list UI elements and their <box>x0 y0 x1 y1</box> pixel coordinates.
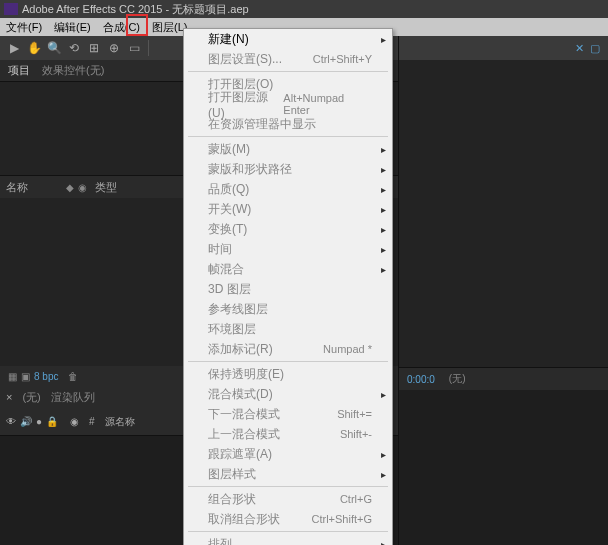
menu-file[interactable]: 文件(F) <box>0 18 48 37</box>
tool-separator <box>148 40 149 56</box>
menu-prev-blend[interactable]: 上一混合模式Shift+- <box>184 424 392 444</box>
viewer-area <box>399 60 608 368</box>
timecode[interactable]: 0:00:0 <box>407 374 435 385</box>
menu-separator <box>188 531 388 532</box>
box-icon[interactable]: ▢ <box>590 42 600 55</box>
menu-open-layer-source[interactable]: 打开图层源(U)Alt+Numpad Enter <box>184 94 392 114</box>
menu-separator <box>188 136 388 137</box>
menu-frame-blend[interactable]: 帧混合 <box>184 259 392 279</box>
menu-quality[interactable]: 品质(Q) <box>184 179 392 199</box>
menu-ungroup[interactable]: 取消组合形状Ctrl+Shift+G <box>184 509 392 529</box>
annotation-highlight-menu <box>126 14 148 36</box>
close-icon[interactable]: × <box>6 391 12 403</box>
layer-context-menu: 新建(N) 图层设置(S)...Ctrl+Shift+Y 打开图层(O) 打开图… <box>183 28 393 545</box>
menu-guide-layer[interactable]: 参考线图层 <box>184 299 392 319</box>
menu-time[interactable]: 时间 <box>184 239 392 259</box>
menu-3d-layer[interactable]: 3D 图层 <box>184 279 392 299</box>
right-toolbar: ✕ ▢ <box>399 36 608 60</box>
menu-env-layer[interactable]: 环境图层 <box>184 319 392 339</box>
menu-switch[interactable]: 开关(W) <box>184 199 392 219</box>
menu-group[interactable]: 组合形状Ctrl+G <box>184 489 392 509</box>
menu-separator <box>188 361 388 362</box>
zoom-tool-icon[interactable]: 🔍 <box>46 40 62 56</box>
app-icon <box>4 3 18 15</box>
rotate-tool-icon[interactable]: ⟲ <box>66 40 82 56</box>
trash-icon[interactable]: 🗑 <box>68 371 78 382</box>
tab-none[interactable]: (无) <box>22 390 40 405</box>
menu-new[interactable]: 新建(N) <box>184 29 392 49</box>
snap-icon[interactable]: ✕ <box>575 42 584 55</box>
eye-icon[interactable]: 👁 <box>6 416 16 427</box>
right-panel: ✕ ▢ 0:00:0 (无) <box>398 36 608 545</box>
menu-mask-shape[interactable]: 蒙版和形状路径 <box>184 159 392 179</box>
footer-icon2[interactable]: ▣ <box>21 371 30 382</box>
solo-icon[interactable]: ● <box>36 416 42 427</box>
shape-tool-icon[interactable]: ▭ <box>126 40 142 56</box>
menu-next-blend[interactable]: 下一混合模式Shift+= <box>184 404 392 424</box>
menu-blend-mode[interactable]: 混合模式(D) <box>184 384 392 404</box>
right-timeline-header: 0:00:0 (无) <box>399 368 608 390</box>
viewer-none[interactable]: (无) <box>449 372 466 386</box>
menu-transform[interactable]: 变换(T) <box>184 219 392 239</box>
col-type[interactable]: 类型 <box>95 180 117 195</box>
label-icon[interactable]: ◉ <box>78 182 87 193</box>
menu-layer-settings[interactable]: 图层设置(S)...Ctrl+Shift+Y <box>184 49 392 69</box>
menu-mask[interactable]: 蒙版(M) <box>184 139 392 159</box>
menu-separator <box>188 486 388 487</box>
col-name[interactable]: 名称 <box>6 180 28 195</box>
menu-track-matte[interactable]: 跟踪遮罩(A) <box>184 444 392 464</box>
menu-edit[interactable]: 编辑(E) <box>48 18 97 37</box>
tab-project[interactable]: 项目 <box>8 63 30 78</box>
footer-icon[interactable]: ▦ <box>8 371 17 382</box>
lock-icon[interactable]: 🔒 <box>46 416 58 427</box>
menu-preserve-trans[interactable]: 保持透明度(E) <box>184 364 392 384</box>
menu-layer-style[interactable]: 图层样式 <box>184 464 392 484</box>
label-icon[interactable]: ◉ <box>70 416 79 427</box>
camera-tool-icon[interactable]: ⊞ <box>86 40 102 56</box>
right-timeline-body <box>399 390 608 545</box>
bpc-label[interactable]: 8 bpc <box>34 371 58 382</box>
menu-separator <box>188 71 388 72</box>
tab-effect-controls[interactable]: 效果控件(无) <box>42 63 104 78</box>
menu-add-marker[interactable]: 添加标记(R)Numpad * <box>184 339 392 359</box>
hand-tool-icon[interactable]: ✋ <box>26 40 42 56</box>
anchor-tool-icon[interactable]: ⊕ <box>106 40 122 56</box>
selection-tool-icon[interactable]: ▶ <box>6 40 22 56</box>
tab-render-queue[interactable]: 渲染队列 <box>51 390 95 405</box>
audio-icon[interactable]: 🔊 <box>20 416 32 427</box>
menu-show-in-resource[interactable]: 在资源管理器中显示 <box>184 114 392 134</box>
title-bar: Adobe After Effects CC 2015 - 无标题项目.aep <box>0 0 608 18</box>
menu-arrange[interactable]: 排列 <box>184 534 392 545</box>
col-source-name[interactable]: 源名称 <box>105 415 135 429</box>
tag-icon[interactable]: ◆ <box>66 182 74 193</box>
col-number[interactable]: # <box>89 416 95 427</box>
